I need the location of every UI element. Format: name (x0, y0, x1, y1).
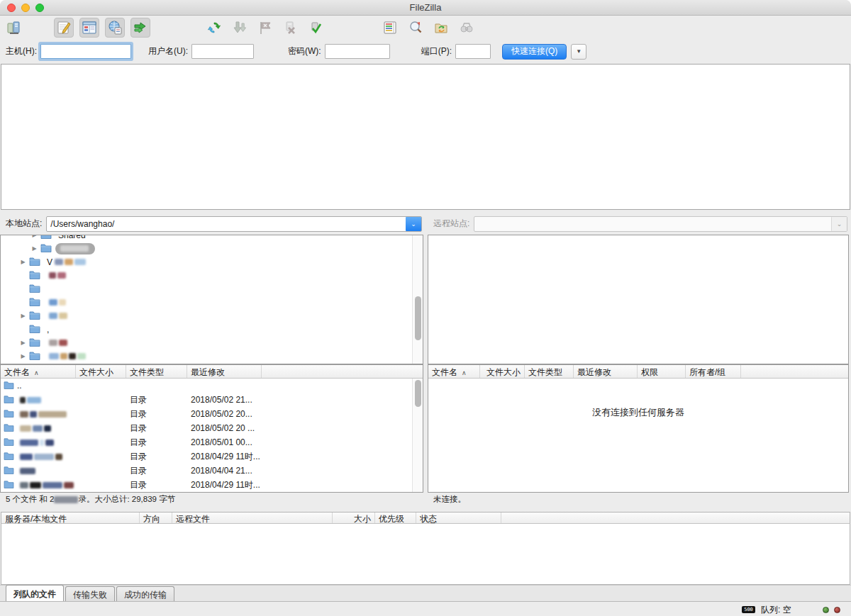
host-input[interactable] (40, 44, 131, 59)
remote-list-header: 文件名∧ 文件大小 文件类型 最近修改 权限 所有者/组 (428, 365, 848, 379)
file-row[interactable]: 目录 2018/05/02 21... (1, 393, 423, 407)
column-header[interactable]: 服务器/本地文件 (1, 513, 140, 523)
remote-site-bar: 远程站点: ⌄ (428, 213, 849, 235)
remote-file-list: 文件名∧ 文件大小 文件类型 最近修改 权限 所有者/组 没有连接到任何服务器 (428, 364, 849, 493)
queue-tab[interactable]: 成功的传输 (116, 586, 174, 601)
filezilla-window: FileZilla (0, 0, 851, 616)
tree-row[interactable]: ▶ (1, 296, 423, 309)
compare-directories-icon[interactable] (406, 18, 425, 38)
reconnect-icon[interactable] (306, 18, 326, 38)
tree-scrollbar-thumb[interactable] (415, 296, 421, 340)
column-header[interactable]: 优先级 (375, 513, 416, 523)
tree-row[interactable]: ▶ (1, 336, 423, 349)
password-input[interactable] (325, 44, 390, 59)
column-header[interactable]: 远程文件 (172, 513, 333, 523)
speed-limit-icon[interactable]: 500 (742, 606, 755, 613)
toggle-transfer-queue-icon[interactable] (130, 18, 150, 38)
expand-arrow-icon[interactable]: ▶ (19, 313, 27, 319)
chevron-down-icon: ⌄ (831, 217, 847, 231)
expand-arrow-icon[interactable]: ▶ (30, 245, 38, 252)
column-header[interactable]: 最近修改∧ (187, 365, 262, 378)
expand-arrow-icon[interactable]: ▶ (30, 235, 38, 238)
column-header[interactable]: 文件名∧ (1, 365, 76, 378)
title-bar: FileZilla (0, 0, 851, 16)
synchronized-browsing-icon[interactable] (431, 18, 451, 38)
expand-arrow-icon[interactable]: ▶ (19, 259, 27, 265)
file-row[interactable]: 目录 2018/05/01 00... (1, 435, 423, 449)
column-header[interactable]: 权限 (638, 365, 686, 378)
queue-tab[interactable]: 列队的文件 (6, 585, 64, 601)
redacted-name (49, 340, 67, 346)
local-site-combo[interactable]: /Users/wanghao/ ⌄ (46, 216, 422, 232)
file-modified: 2018/04/29 11时... (187, 479, 423, 491)
file-row[interactable]: 目录 2018/04/04 21... (1, 464, 423, 478)
column-header[interactable]: 大小 (333, 513, 375, 523)
tree-row[interactable]: ▶ (1, 269, 423, 282)
refresh-icon[interactable] (204, 18, 224, 38)
expand-arrow-icon[interactable]: ▶ (19, 353, 27, 359)
find-files-icon[interactable] (457, 18, 477, 38)
disconnect-icon[interactable] (281, 18, 301, 38)
file-row[interactable]: 目录 2018/04/29 11时... (1, 449, 423, 464)
redacted-name (49, 313, 67, 319)
column-header[interactable]: 最近修改 (574, 365, 638, 378)
redacted-name (20, 468, 35, 474)
tree-row[interactable]: ▶ (1, 282, 423, 296)
directory-listing-filters-icon[interactable] (380, 18, 400, 38)
chevron-down-icon[interactable]: ⌄ (406, 217, 421, 231)
quickconnect-button[interactable]: 快速连接(Q) (502, 44, 567, 60)
column-header[interactable]: 文件类型 (525, 365, 574, 378)
tree-scrollbar[interactable] (412, 235, 423, 364)
folder-icon (29, 310, 40, 322)
tree-row[interactable]: ▶ V (1, 255, 423, 269)
sort-ascending-icon: ∧ (462, 369, 467, 376)
quickconnect-bar: 主机(H): 用户名(U): 密码(W): 端口(P): 快速连接(Q) ▼ (0, 40, 851, 63)
file-type: 目录 (126, 479, 187, 491)
file-row[interactable]: 目录 2018/04/29 11时... (1, 478, 423, 492)
column-header[interactable]: 所有者/组 (686, 365, 741, 378)
column-header[interactable]: 方向 (140, 513, 172, 523)
file-name: .. (17, 381, 22, 391)
sort-ascending-icon: ∧ (34, 369, 39, 376)
file-modified: 2018/05/02 20... (187, 409, 423, 419)
folder-icon (4, 452, 14, 462)
site-manager-icon[interactable] (4, 18, 24, 38)
tree-row[interactable]: ▶ (1, 309, 423, 323)
list-scrollbar[interactable] (412, 379, 423, 492)
toggle-remote-tree-icon[interactable] (105, 18, 125, 38)
folder-icon (4, 395, 14, 405)
port-label: 端口(P): (421, 45, 452, 57)
window-title: FileZilla (0, 2, 851, 13)
file-row[interactable]: 目录 2018/05/02 20... (1, 407, 423, 421)
queue-tab[interactable]: 传输失败 (65, 586, 115, 601)
port-input[interactable] (455, 44, 491, 59)
column-header[interactable]: 状态 (416, 513, 501, 523)
tree-row-label: Shared (58, 235, 86, 240)
folder-icon (29, 297, 40, 308)
list-scrollbar-thumb[interactable] (415, 380, 421, 407)
not-connected-message: 没有连接到任何服务器 (428, 406, 848, 419)
toggle-local-tree-icon[interactable] (79, 18, 99, 38)
username-input[interactable] (191, 44, 254, 59)
tree-row[interactable]: ▶ (1, 349, 423, 363)
file-modified: 2018/05/02 20 ... (187, 423, 423, 433)
toggle-message-log-icon[interactable] (54, 18, 74, 38)
file-row[interactable]: 目录 2018/05/02 20 ... (1, 421, 423, 435)
column-header[interactable]: 文件名∧ (428, 365, 480, 378)
tree-row-label: V (47, 257, 52, 267)
file-row[interactable]: .. (1, 379, 423, 393)
folder-icon (29, 324, 40, 335)
file-modified: 2018/05/01 00... (187, 437, 423, 447)
column-header[interactable]: 文件大小∧ (76, 365, 126, 378)
tree-row[interactable]: ▶ , (1, 323, 423, 336)
tree-row[interactable]: ▶ Shared (1, 235, 423, 242)
column-header[interactable]: 文件类型∧ (126, 365, 187, 378)
remote-directory-tree (428, 235, 849, 364)
expand-arrow-icon[interactable]: ▶ (19, 340, 27, 346)
cancel-operation-icon[interactable] (255, 18, 275, 38)
process-queue-icon[interactable] (230, 18, 250, 38)
local-site-path: /Users/wanghao/ (47, 219, 406, 229)
tree-row[interactable]: ▶ (1, 242, 423, 255)
quickconnect-dropdown-button[interactable]: ▼ (571, 44, 586, 60)
column-header[interactable]: 文件大小 (480, 365, 525, 378)
